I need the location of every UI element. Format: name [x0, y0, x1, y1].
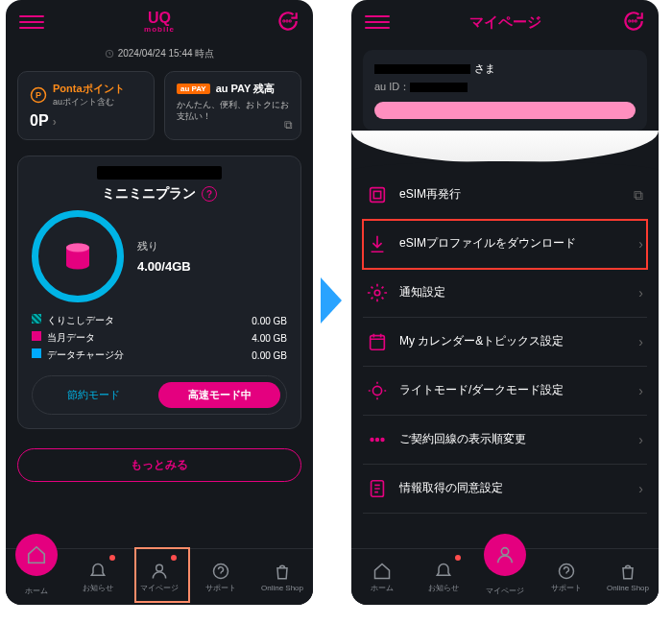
chevron-right-icon: › [638, 432, 643, 447]
svg-point-18 [371, 439, 373, 442]
timestamp: 2024/04/24 15:44 時点 [6, 44, 313, 63]
tab-support[interactable]: サポート [536, 549, 597, 605]
truncation-wave [351, 131, 659, 163]
chevron-right-icon: › [638, 285, 643, 300]
flow-arrow-icon [321, 277, 344, 327]
chat-icon[interactable] [275, 10, 300, 35]
svg-point-7 [66, 244, 89, 252]
list-item-label: 通知設定 [399, 285, 627, 300]
mode-fast[interactable]: 高速モード中 [158, 382, 280, 408]
aupay-badge: au PAY [177, 84, 210, 94]
svg-point-9 [214, 564, 228, 578]
svg-point-20 [381, 439, 384, 442]
list-item-label: eSIMプロファイルをダウンロード [399, 236, 627, 252]
gear-icon [367, 282, 388, 303]
tab-news[interactable]: お知らせ [67, 549, 129, 605]
list-item[interactable]: My カレンダー&トピックス設定› [363, 318, 647, 367]
user-suffix: さま [474, 62, 495, 74]
svg-rect-16 [371, 336, 385, 350]
remain-total: /4GB [161, 259, 190, 274]
svg-rect-14 [373, 191, 380, 198]
svg-point-2 [290, 20, 291, 21]
svg-point-1 [286, 20, 287, 21]
svg-point-19 [376, 439, 379, 442]
phone-mypage: マイページ さま au ID： eSIM再発行⧉eSIMプロファイルをダウンロー… [351, 0, 659, 605]
au-id-label: au ID： [374, 81, 410, 92]
svg-point-15 [374, 290, 380, 296]
user-card: さま au ID： [363, 50, 647, 131]
svg-rect-13 [371, 188, 385, 203]
header: マイページ [351, 0, 659, 44]
redacted [97, 166, 222, 180]
svg-point-0 [283, 20, 284, 21]
download-icon [367, 233, 388, 254]
header: UQmobile [6, 0, 313, 44]
list-item-label: ライトモード/ダークモード設定 [399, 383, 627, 398]
list-item[interactable]: eSIMプロファイルをダウンロード› [363, 220, 647, 269]
plan-card: ミニミニプラン? 残り4.00/4GB くりこしデータ0.00 GB 当月データ… [17, 156, 301, 429]
tab-news[interactable]: お知らせ [413, 549, 474, 605]
settings-list: eSIM再発行⧉eSIMプロファイルをダウンロード›通知設定›My カレンダー&… [351, 171, 659, 514]
svg-point-11 [632, 20, 633, 21]
external-icon: ⧉ [634, 187, 643, 204]
list-item[interactable]: eSIM再発行⧉ [363, 171, 647, 220]
mode-save[interactable]: 節約モード [38, 382, 149, 408]
tab-mypage[interactable]: マイページ [474, 549, 536, 605]
external-icon: ⧉ [284, 118, 293, 132]
help-icon[interactable]: ? [202, 186, 217, 202]
mode-toggle[interactable]: 節約モード 高速モード中 [32, 375, 287, 415]
list-item-label: My カレンダー&トピックス設定 [399, 334, 627, 349]
ponta-sub: auポイント含む [53, 96, 125, 108]
remain-label: 残り [137, 239, 191, 253]
phone-home: UQmobile 2024/04/24 15:44 時点 PPontaポイントa… [6, 0, 313, 605]
esim-icon [367, 184, 388, 205]
more-button[interactable]: もっとみる [17, 448, 301, 482]
chevron-right-icon: › [638, 334, 643, 349]
tab-mypage[interactable]: マイページ [129, 549, 190, 605]
redacted [410, 83, 468, 92]
redacted [374, 64, 470, 74]
plan-name: ミニミニプラン [102, 185, 196, 203]
list-item-label: ご契約回線の表示順変更 [399, 432, 627, 447]
banner[interactable] [374, 102, 636, 119]
list-item[interactable]: 情報取得の同意設定› [363, 465, 647, 514]
dots-icon [367, 429, 388, 450]
chat-icon[interactable] [620, 10, 645, 35]
calendar-icon [367, 331, 388, 352]
tab-support[interactable]: サポート [190, 549, 252, 605]
list-item[interactable]: ご契約回線の表示順変更› [363, 416, 647, 465]
tab-home[interactable]: ホーム [351, 549, 413, 605]
svg-point-10 [629, 20, 630, 21]
hamburger-icon[interactable] [365, 10, 390, 35]
list-item[interactable]: 通知設定› [363, 269, 647, 318]
list-item-label: eSIM再発行 [399, 187, 622, 203]
hamburger-icon[interactable] [19, 10, 44, 35]
page-title: マイページ [469, 13, 541, 32]
aupay-desc: かんたん、便利、おトクにお支払い！ [177, 100, 289, 122]
chevron-right-icon: › [638, 383, 643, 398]
tab-bar: ホーム お知らせ マイページ サポート Online Shop [351, 548, 659, 605]
theme-icon [367, 380, 388, 401]
ponta-title: Pontaポイント [53, 82, 125, 96]
svg-point-23 [560, 564, 574, 578]
svg-point-8 [156, 564, 163, 571]
aupay-card[interactable]: au PAYau PAY 残高 かんたん、便利、おトクにお支払い！ ⧉ [164, 71, 301, 140]
chevron-right-icon: › [638, 236, 643, 252]
list-item[interactable]: ライトモード/ダークモード設定› [363, 367, 647, 416]
ponta-card[interactable]: PPontaポイントauポイント含む 0P › [17, 71, 155, 140]
tab-home[interactable]: ホーム [6, 549, 67, 605]
tab-bar: ホーム お知らせ マイページ サポート Online Shop [6, 548, 313, 605]
data-breakdown: くりこしデータ0.00 GB 当月データ4.00 GB データチャージ分0.00… [32, 312, 287, 364]
data-gauge [32, 210, 124, 302]
aupay-title: au PAY 残高 [216, 82, 276, 96]
remain-value: 4.00 [137, 259, 161, 274]
svg-text:P: P [36, 90, 41, 100]
tab-shop[interactable]: Online Shop [252, 549, 313, 605]
brand-logo: UQmobile [144, 11, 175, 34]
svg-point-17 [372, 386, 381, 395]
list-item-label: 情報取得の同意設定 [399, 481, 627, 496]
svg-point-12 [636, 20, 636, 21]
svg-point-22 [501, 548, 508, 555]
chevron-right-icon: › [638, 481, 643, 496]
tab-shop[interactable]: Online Shop [597, 549, 659, 605]
